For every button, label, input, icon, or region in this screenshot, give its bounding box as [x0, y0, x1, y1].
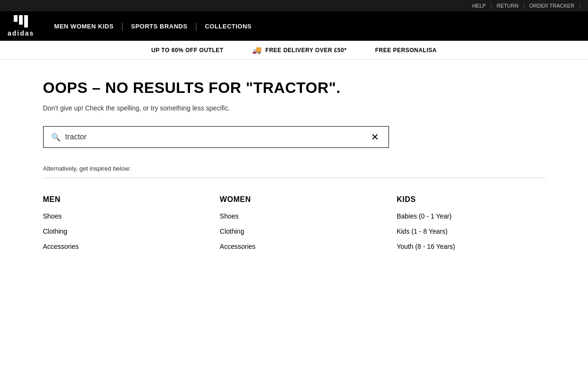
category-heading-men: MEN — [43, 195, 191, 204]
nav-link-collections[interactable]: COLLECTIONS — [198, 11, 258, 41]
nav-sep2: | — [194, 22, 199, 30]
category-link-women-1[interactable]: Clothing — [220, 228, 368, 235]
no-results-subtitle: Don't give up! Check the spelling, or tr… — [43, 104, 545, 112]
category-link-kids-1[interactable]: Kids (1 - 8 Years) — [397, 228, 545, 235]
category-link-kids-0[interactable]: Babies (0 - 1 Year) — [397, 212, 545, 220]
category-col-women: WOMENShoesClothingAccessories — [220, 195, 368, 258]
utility-bar: HELP | RETURN | ORDER TRACKER | — [0, 0, 588, 11]
adidas-logo: adidas — [8, 15, 34, 37]
promo-personalisa: FREE PERSONALISA — [375, 47, 437, 54]
category-heading-kids: KIDS — [397, 195, 545, 204]
main-nav: adidas MEN WOMEN KIDS | SPORTS BRANDS | … — [0, 11, 588, 41]
logo-area[interactable]: adidas — [8, 15, 34, 37]
nav-link-sports-brands[interactable]: SPORTS BRANDS — [125, 11, 194, 41]
promo-bar: UP TO 60% OFF OUTLET 🚚 FREE DELIVERY OVE… — [0, 41, 588, 60]
search-input[interactable] — [65, 133, 364, 141]
sep1: | — [490, 3, 492, 9]
promo-outlet-text: UP TO 60% OFF OUTLET — [151, 47, 223, 54]
nav-sep1: | — [120, 22, 125, 30]
alternative-text: Alternatively, get inspired below: — [43, 165, 545, 172]
category-link-men-2[interactable]: Accessories — [43, 243, 191, 250]
search-box-wrapper: 🔍 ✕ — [43, 126, 389, 148]
truck-icon: 🚚 — [252, 46, 262, 55]
promo-delivery-text: FREE DELIVERY OVER £50* — [265, 47, 347, 54]
category-link-women-2[interactable]: Accessories — [220, 243, 368, 250]
sep2: | — [523, 3, 525, 9]
search-icon: 🔍 — [51, 133, 61, 142]
promo-personalisa-text: FREE PERSONALISA — [375, 47, 437, 54]
sep3: | — [579, 3, 580, 9]
nav-link-men-women-kids[interactable]: MEN WOMEN KIDS — [47, 11, 120, 41]
category-link-men-1[interactable]: Clothing — [43, 228, 191, 235]
brand-name: adidas — [8, 29, 34, 37]
main-content: OOPS – NO RESULTS FOR "TRACTOR". Don't g… — [34, 60, 555, 286]
category-link-kids-2[interactable]: Youth (8 - 16 Years) — [397, 243, 545, 250]
promo-outlet: UP TO 60% OFF OUTLET — [151, 47, 223, 54]
clear-search-button[interactable]: ✕ — [369, 132, 381, 142]
category-link-women-0[interactable]: Shoes — [220, 212, 368, 220]
nav-links: MEN WOMEN KIDS | SPORTS BRANDS | COLLECT… — [47, 11, 258, 41]
return-link[interactable]: RETURN — [497, 3, 518, 9]
divider — [43, 178, 545, 178]
category-link-men-0[interactable]: Shoes — [43, 212, 191, 220]
category-grid: MENShoesClothingAccessoriesWOMENShoesClo… — [43, 195, 545, 258]
order-tracker-link[interactable]: ORDER TRACKER — [529, 3, 574, 9]
category-col-men: MENShoesClothingAccessories — [43, 195, 191, 258]
logo-stripes — [14, 15, 28, 27]
category-col-kids: KIDSBabies (0 - 1 Year)Kids (1 - 8 Years… — [397, 195, 545, 258]
help-link[interactable]: HELP — [472, 3, 486, 9]
category-heading-women: WOMEN — [220, 195, 368, 204]
no-results-title: OOPS – NO RESULTS FOR "TRACTOR". — [43, 79, 545, 97]
promo-delivery: 🚚 FREE DELIVERY OVER £50* — [252, 46, 347, 55]
